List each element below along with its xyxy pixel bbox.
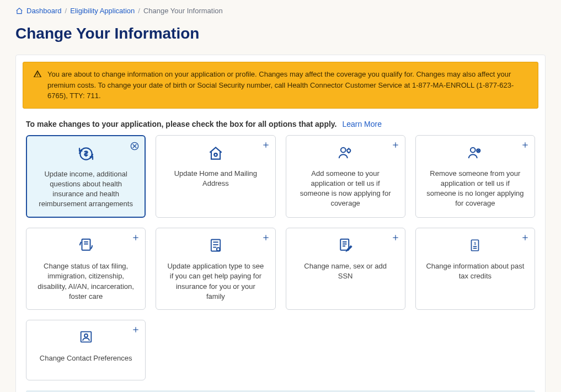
- breadcrumb-dashboard[interactable]: Dashboard: [26, 7, 62, 15]
- document-edit-icon: [294, 237, 397, 256]
- card-label: Change Contact Preferences: [34, 353, 137, 363]
- card-remove-someone[interactable]: Remove someone from your application or …: [415, 135, 535, 218]
- plus-icon: [262, 234, 270, 244]
- card-update-address[interactable]: Update Home and Mailing Address: [156, 135, 275, 218]
- svg-rect-31: [340, 239, 349, 250]
- home-icon: [15, 7, 23, 15]
- document-refresh-icon: [34, 237, 137, 256]
- dollar-cycle-icon: [35, 145, 137, 164]
- card-add-someone[interactable]: Add someone to your application or tell …: [286, 135, 405, 218]
- breadcrumb-eligibility[interactable]: Eligibility Application: [70, 7, 135, 15]
- learn-more-link[interactable]: Learn More: [342, 120, 382, 128]
- card-contact-preferences[interactable]: Change Contact Preferences: [26, 320, 146, 380]
- separator-icon: /: [138, 7, 140, 15]
- plus-icon: [392, 141, 399, 152]
- card-label: Update Home and Mailing Address: [164, 169, 267, 189]
- content-panel: You are about to change information on y…: [15, 55, 546, 392]
- selected-check-icon: [130, 142, 139, 153]
- card-change-name-ssn[interactable]: Change name, sex or add SSN: [286, 228, 405, 310]
- breadcrumb: Dashboard / Eligibility Application / Ch…: [15, 7, 546, 15]
- card-label: Change status of tax filing, immigration…: [34, 261, 137, 302]
- options-grid: Update income, additional questions abou…: [16, 131, 545, 391]
- svg-point-13: [471, 147, 475, 152]
- svg-rect-24: [211, 240, 220, 251]
- svg-text:$: $: [474, 241, 477, 246]
- plus-icon: [392, 234, 399, 244]
- card-label: Update income, additional questions abou…: [35, 169, 137, 210]
- svg-point-44: [84, 334, 88, 337]
- page-title: Change Your Information: [15, 25, 546, 42]
- card-tax-credits[interactable]: $ Change information about past tax cred…: [415, 228, 535, 310]
- card-label: Remove someone from your application or …: [424, 169, 527, 209]
- user-icon: [34, 329, 137, 348]
- warning-icon: [33, 69, 42, 101]
- plus-icon: [521, 141, 529, 152]
- instructions-text: To make changes to your application, ple…: [26, 120, 337, 128]
- document-icon: [164, 237, 267, 256]
- instructions-row: To make changes to your application, ple…: [16, 115, 545, 131]
- card-label: Change name, sex or add SSN: [294, 261, 397, 281]
- card-label: Change information about past tax credit…: [424, 261, 527, 281]
- house-icon: [164, 144, 267, 163]
- card-update-income[interactable]: Update income, additional questions abou…: [26, 135, 146, 218]
- breadcrumb-current: Change Your Information: [143, 7, 223, 15]
- warning-alert: You are about to change information on y…: [23, 62, 538, 109]
- svg-point-9: [341, 147, 346, 152]
- svg-point-28: [217, 248, 220, 251]
- card-label: Update application type to see if you ca…: [164, 261, 267, 302]
- user-minus-icon: [424, 144, 527, 163]
- warning-text: You are about to change information on y…: [47, 69, 528, 101]
- svg-point-10: [347, 149, 350, 152]
- card-label: Add someone to your application or tell …: [294, 169, 397, 209]
- plus-icon: [132, 234, 140, 244]
- separator-icon: /: [65, 7, 67, 15]
- invoice-dollar-icon: $: [424, 237, 527, 256]
- plus-icon: [521, 234, 529, 244]
- plus-icon: [262, 141, 270, 152]
- user-plus-icon: [294, 144, 397, 163]
- card-change-status[interactable]: Change status of tax filing, immigration…: [26, 228, 146, 310]
- plus-icon: [132, 326, 140, 336]
- svg-rect-19: [82, 239, 90, 250]
- card-update-app-type[interactable]: Update application type to see if you ca…: [156, 228, 275, 310]
